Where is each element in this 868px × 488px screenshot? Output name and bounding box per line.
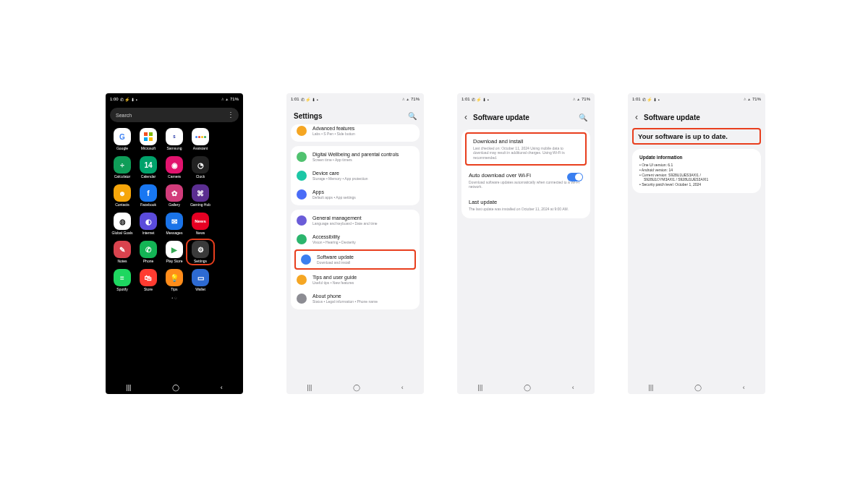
settings-row-advanced[interactable]: Advanced featuresLabs • S Pen • Side but…: [291, 124, 420, 140]
app-calendar[interactable]: 14Calendar: [136, 156, 161, 179]
app-google[interactable]: GGoogle: [110, 128, 135, 150]
app-contacts[interactable]: ☻Contacts: [110, 184, 135, 207]
app-news[interactable]: NewsNews: [188, 213, 213, 235]
back-icon[interactable]: ‹: [635, 112, 638, 122]
auto-download-toggle[interactable]: [567, 173, 583, 181]
app-label: Messages: [166, 231, 183, 235]
app-microsoft[interactable]: Microsoft: [136, 128, 161, 150]
kebab-icon[interactable]: ⋮: [227, 111, 234, 119]
search-icon[interactable]: 🔍: [408, 112, 417, 120]
contacts-icon: ☻: [114, 184, 131, 202]
store-icon: 🛍: [140, 269, 157, 286]
nav-back[interactable]: ‹: [743, 384, 745, 391]
search-icon[interactable]: 🔍: [579, 114, 587, 121]
app-label: Assistant: [193, 147, 208, 150]
app-label: Internet: [142, 231, 155, 235]
app-label: Microsoft: [141, 147, 156, 150]
settings-row-device-care[interactable]: Device careStorage • Memory • App protec…: [291, 166, 420, 185]
update-row-download-and-install[interactable]: Download and installLast checked on: Oct…: [465, 132, 587, 166]
nav-recents[interactable]: |||: [307, 384, 312, 391]
settings-row-subtitle: Screen time • App timers: [312, 158, 399, 162]
app-phone[interactable]: ✆Phone: [136, 241, 161, 263]
calculator-icon: ÷: [114, 156, 131, 174]
nav-home[interactable]: ◯: [353, 384, 360, 391]
nav-back[interactable]: ‹: [221, 384, 223, 391]
settings-row-title: Device care: [312, 171, 368, 176]
settings-row-title: Accessibility: [312, 234, 356, 239]
nav-home[interactable]: ◯: [524, 384, 531, 391]
app-samsung[interactable]: SSamsung: [162, 128, 187, 150]
app-label: Notes: [117, 260, 127, 263]
app-messages[interactable]: ✉Messages: [162, 213, 187, 235]
app-label: Calendar: [141, 175, 156, 179]
status-time: 1:01: [632, 97, 641, 101]
update-row-title: Download and install: [473, 138, 579, 145]
nav-recents[interactable]: |||: [126, 384, 131, 391]
app-label: Store: [144, 288, 153, 291]
settings-row-about-phone[interactable]: About phoneStatus • Legal information • …: [291, 289, 420, 308]
app-play-store[interactable]: ▶Play Store: [162, 241, 187, 263]
app-assistant[interactable]: Assistant: [188, 128, 213, 150]
nav-back[interactable]: ‹: [401, 384, 404, 391]
messages-icon: ✉: [166, 213, 183, 230]
app-internet[interactable]: ◐Internet: [136, 213, 161, 235]
settings-row-subtitle: Language and keyboard • Date and time: [312, 221, 378, 226]
app-global-goals[interactable]: ◍Global Goals: [110, 213, 135, 235]
calendar-icon: 14: [140, 156, 157, 174]
status-right-icons: ⟑ ◭: [402, 97, 409, 101]
app-label: Facebook: [140, 203, 156, 207]
nav-recents[interactable]: |||: [648, 384, 653, 391]
app-clock[interactable]: ◔Clock: [188, 156, 213, 179]
gaming-hub-icon: ⌘: [192, 184, 209, 202]
up-to-date-banner: Your software is up to date.: [632, 128, 761, 145]
page-title: Software update: [644, 114, 758, 121]
settings-row-apps[interactable]: AppsDefault apps • App settings: [291, 185, 420, 204]
update-row-subtitle: Last checked on: October 11, 2024 Using …: [473, 146, 579, 160]
phone-icon: ✆: [140, 241, 157, 258]
update-row-auto-download-over-wi-fi[interactable]: Auto download over Wi-FiDownload softwar…: [461, 167, 590, 194]
nav-back[interactable]: ‹: [572, 384, 574, 391]
samsung-icon: S: [166, 128, 183, 145]
app-store[interactable]: 🛍Store: [136, 269, 161, 291]
settings-row-accessibility[interactable]: AccessibilityVision • Hearing • Dexterit…: [291, 230, 420, 249]
gallery-icon: ✿: [166, 184, 183, 202]
app-gaming-hub[interactable]: ⌘Gaming Hub: [188, 184, 213, 207]
nav-recents[interactable]: |||: [477, 384, 482, 391]
app-calculator[interactable]: ÷Calculator: [110, 156, 135, 179]
status-bar: 1:01✆ ⚡ ⬇ • ⟑ ◭71%: [628, 93, 765, 105]
status-time: 1:00: [110, 97, 119, 101]
app-wallet[interactable]: ▭Wallet: [188, 269, 213, 291]
settings-row-title: Apps: [312, 189, 356, 194]
settings-row-software-update[interactable]: Software updateDownload and install: [294, 249, 416, 270]
settings-row-general-management[interactable]: General managementLanguage and keyboard …: [291, 211, 420, 230]
app-facebook[interactable]: fFacebook: [136, 184, 161, 207]
app-label: Play Store: [166, 260, 182, 263]
info-header: Update information: [639, 155, 754, 160]
settings-row-digital-wellbeing-and-parental-controls[interactable]: Digital Wellbeing and parental controlsS…: [291, 147, 420, 166]
settings-row-icon: [297, 294, 307, 304]
app-gallery[interactable]: ✿Gallery: [162, 184, 187, 207]
status-battery: 71%: [752, 97, 761, 101]
app-notes[interactable]: ✎Notes: [110, 241, 135, 263]
back-icon[interactable]: ‹: [464, 112, 467, 122]
phone-app-drawer: 1:00✆ ⚡ ⬇ • ⟑ ◭71% Search ⋮ GGoogleMicro…: [106, 93, 243, 394]
update-row-last-update[interactable]: Last updateThe last update was installed…: [461, 194, 590, 216]
settings-row-icon: [297, 171, 307, 181]
search-input[interactable]: Search ⋮: [110, 108, 239, 122]
settings-row-tips-and-user-guide[interactable]: Tips and user guideUseful tips • New fea…: [291, 270, 420, 289]
nav-home[interactable]: ◯: [172, 384, 179, 391]
settings-row-subtitle: Status • Legal information • Phone name: [312, 299, 378, 304]
status-right-icons: ⟑ ◭: [573, 97, 580, 101]
app-camera[interactable]: ◉Camera: [162, 156, 187, 179]
app-label: Phone: [143, 260, 153, 263]
tips-icon: 💡: [166, 269, 183, 286]
app-label: Tips: [171, 288, 177, 291]
status-left-icons: ✆ ⚡ ⬇ •: [301, 97, 318, 102]
microsoft-icon: [140, 128, 157, 145]
app-tips[interactable]: 💡Tips: [162, 269, 187, 291]
nav-home[interactable]: ◯: [694, 384, 702, 391]
status-right-icons: ⟑ ◭: [221, 97, 229, 101]
app-settings[interactable]: ⚙Settings: [188, 241, 213, 263]
app-spotify[interactable]: ≡Spotify: [110, 269, 135, 291]
update-row-title: Auto download over Wi-Fi: [469, 172, 583, 179]
